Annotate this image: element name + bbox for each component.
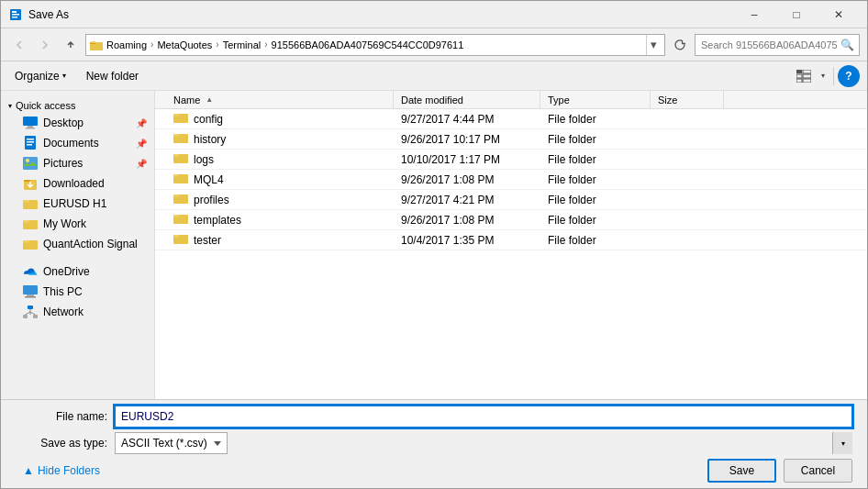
new-folder-button[interactable]: New folder (80, 66, 145, 86)
sidebar-item-thispc[interactable]: This PC (1, 282, 154, 302)
svg-rect-42 (173, 134, 179, 137)
filename-label: File name: (16, 410, 107, 423)
file-name: config (194, 113, 223, 126)
cancel-button[interactable]: Cancel (784, 459, 852, 483)
mywork-folder-icon (23, 217, 38, 231)
svg-rect-10 (803, 74, 811, 78)
sidebar-item-downloaded-label: Downloaded (43, 177, 105, 190)
up-button[interactable] (60, 34, 82, 56)
address-bar[interactable]: Roaming › MetaQuotes › Terminal › 915566… (85, 34, 665, 56)
table-row[interactable]: history 9/26/2017 10:17 PM File folder (155, 129, 867, 150)
save-button[interactable]: Save (707, 459, 776, 483)
svg-rect-35 (33, 315, 38, 318)
address-dropdown-button[interactable]: ▾ (646, 35, 661, 55)
sidebar-item-network[interactable]: Network (1, 302, 154, 322)
search-input[interactable] (695, 34, 860, 56)
file-date: 9/27/2017 4:21 PM (394, 194, 540, 206)
file-list-header: Name ▲ Date modified Type Size (155, 91, 867, 109)
sidebar-item-onedrive-label: OneDrive (43, 265, 90, 278)
quantaction-folder-icon (23, 237, 38, 251)
svg-rect-18 (27, 141, 34, 143)
sidebar-item-downloaded[interactable]: Downloaded (1, 173, 154, 194)
svg-rect-12 (803, 79, 811, 83)
view-options-button[interactable] (793, 65, 815, 87)
folder-icon (173, 171, 188, 188)
back-button[interactable] (8, 34, 30, 56)
help-button[interactable]: ? (838, 65, 860, 87)
onedrive-icon (23, 264, 38, 279)
folder-icon (173, 191, 188, 208)
table-row[interactable]: profiles 9/27/2017 4:21 PM File folder (155, 190, 867, 210)
title-bar: Save As – □ ✕ (1, 1, 867, 28)
sidebar-item-mywork-label: My Work (43, 217, 86, 230)
file-date: 9/26/2017 1:08 PM (394, 214, 540, 227)
svg-rect-32 (25, 296, 36, 298)
svg-rect-33 (28, 306, 33, 309)
file-type: File folder (540, 173, 651, 186)
svg-line-37 (26, 312, 31, 315)
sidebar-item-desktop[interactable]: Desktop 📌 (1, 113, 154, 133)
sidebar-item-pictures[interactable]: Pictures 📌 (1, 153, 154, 173)
save-as-dialog: Save As – □ ✕ Roaming › MetaQuotes (0, 0, 868, 489)
sidebar-item-network-label: Network (43, 306, 83, 318)
column-size-header[interactable]: Size (651, 91, 724, 109)
column-name-header[interactable]: Name ▲ (155, 91, 394, 109)
file-date: 9/26/2017 10:17 PM (394, 133, 540, 146)
file-name: templates (194, 214, 241, 227)
hide-folders-button[interactable]: ▲ Hide Folders (16, 460, 107, 482)
svg-line-38 (30, 312, 36, 315)
table-row[interactable]: config 9/27/2017 4:44 PM File folder (155, 109, 867, 129)
column-date-label: Date modified (401, 94, 463, 106)
quick-access-chevron: ▾ (8, 102, 12, 110)
filename-input[interactable] (115, 406, 852, 428)
sidebar-item-quantaction[interactable]: QuantAction Signal (1, 234, 154, 254)
folder-icon (173, 211, 188, 228)
eurusd-folder-icon (23, 196, 38, 211)
file-rows-container: config 9/27/2017 4:44 PM File folder his… (155, 109, 867, 250)
file-name: MQL4 (194, 173, 224, 186)
table-row[interactable]: templates 9/26/2017 1:08 PM File folder (155, 210, 867, 230)
file-type: File folder (540, 113, 651, 126)
file-type: File folder (540, 133, 651, 146)
sidebar-item-onedrive[interactable]: OneDrive (1, 261, 154, 282)
svg-rect-7 (796, 70, 802, 73)
svg-rect-2 (12, 17, 17, 18)
breadcrumb: Roaming › MetaQuotes › Terminal › 915566… (106, 39, 463, 50)
table-row[interactable]: tester 10/4/2017 1:35 PM File folder (155, 230, 867, 250)
view-dropdown-button[interactable]: ▾ (817, 65, 829, 87)
sidebar-item-documents-label: Documents (43, 137, 99, 150)
close-button[interactable]: ✕ (818, 1, 860, 28)
svg-rect-40 (173, 114, 179, 117)
folder-icon (173, 231, 188, 249)
forward-button[interactable] (34, 34, 56, 56)
action-bar: Organize ▾ New folder ▾ ? (1, 61, 867, 91)
savetype-label: Save as type: (16, 437, 107, 450)
refresh-button[interactable] (669, 34, 691, 56)
desktop-icon (23, 116, 38, 130)
table-row[interactable]: MQL4 9/26/2017 1:08 PM File folder (155, 170, 867, 190)
sidebar-item-eurusd[interactable]: EURUSD H1 (1, 194, 154, 214)
svg-rect-29 (23, 240, 29, 243)
minimize-button[interactable]: – (733, 1, 775, 28)
svg-rect-1 (12, 14, 19, 16)
maximize-button[interactable]: □ (775, 1, 818, 28)
search-box-wrapper: 🔍 (695, 34, 860, 56)
file-date: 9/26/2017 1:08 PM (394, 173, 540, 186)
sidebar-item-eurusd-label: EURUSD H1 (43, 197, 106, 210)
sidebar-item-documents[interactable]: Documents 📌 (1, 133, 154, 153)
sidebar-item-mywork[interactable]: My Work (1, 214, 154, 234)
svg-rect-46 (173, 174, 179, 177)
table-row[interactable]: logs 10/10/2017 1:17 PM File folder (155, 150, 867, 170)
file-name: profiles (194, 194, 229, 206)
svg-rect-20 (23, 157, 38, 170)
organize-button[interactable]: Organize ▾ (8, 66, 72, 86)
svg-point-21 (26, 159, 29, 162)
quick-access-section[interactable]: ▾ Quick access (1, 94, 154, 113)
column-date-header[interactable]: Date modified (394, 91, 540, 109)
folder-icon (173, 130, 188, 148)
folder-icon (173, 110, 188, 128)
column-type-header[interactable]: Type (540, 91, 651, 109)
savetype-dropdown-arrow: ▾ (832, 432, 852, 454)
documents-icon (23, 136, 38, 150)
savetype-select[interactable]: ASCII Text (*.csv) (115, 432, 228, 454)
